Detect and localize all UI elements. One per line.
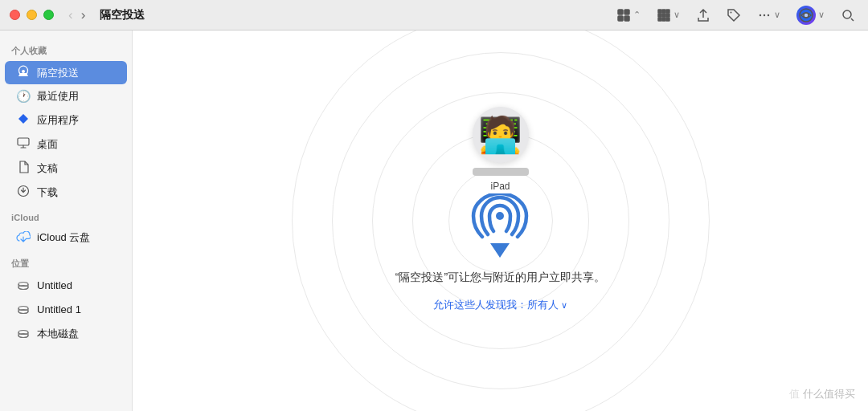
svg-point-15 <box>764 14 765 15</box>
nav-arrows: ‹ › <box>67 8 87 22</box>
desktop-icon <box>16 136 31 152</box>
avatar <box>796 6 816 25</box>
svg-rect-2 <box>618 16 623 21</box>
sidebar-item-apps-label: 应用程序 <box>37 113 79 128</box>
share-icon <box>696 8 710 22</box>
drive-icon-3 <box>16 326 31 341</box>
sidebar: 个人收藏 隔空投送 🕐 最近使用 应用程序 <box>0 31 133 411</box>
watermark: 值 什么值得买 <box>789 387 855 401</box>
svg-rect-1 <box>624 10 629 14</box>
view-toggle-button[interactable]: ⌃ <box>613 6 644 24</box>
sidebar-item-desktop-label: 桌面 <box>37 137 58 152</box>
sidebar-item-icloud-label: iCloud 云盘 <box>37 230 90 245</box>
svg-rect-9 <box>666 14 669 17</box>
more-button[interactable]: ∨ <box>754 6 784 24</box>
avatar-chevron-icon: ∨ <box>818 10 825 20</box>
title-bar: ‹ › 隔空投送 ⌃ <box>0 0 868 31</box>
downloads-icon <box>16 185 31 200</box>
sidebar-item-localdisk-label: 本地磁盘 <box>37 327 79 341</box>
user-globe-icon <box>799 8 813 22</box>
watermark-prefix: 值 <box>789 388 803 400</box>
content-area: 🧑‍💻 iPad <box>133 31 868 411</box>
user-avatar-button[interactable]: ∨ <box>793 4 828 26</box>
sidebar-item-downloads-label: 下载 <box>37 185 58 200</box>
svg-rect-4 <box>658 10 661 13</box>
more-chevron-icon: ∨ <box>774 10 780 20</box>
recents-icon: 🕐 <box>16 89 31 104</box>
svg-rect-5 <box>662 10 665 13</box>
svg-rect-20 <box>18 138 29 145</box>
section-locations-label: 位置 <box>0 250 132 273</box>
sidebar-item-icloud-drive[interactable]: iCloud 云盘 <box>5 226 127 249</box>
grid-icon <box>616 8 631 22</box>
back-button[interactable]: ‹ <box>67 8 75 22</box>
sidebar-item-recents-label: 最近使用 <box>37 89 79 104</box>
device-bubble: 🧑‍💻 iPad <box>473 107 529 192</box>
more-icon <box>757 8 772 22</box>
svg-point-18 <box>804 13 809 18</box>
sidebar-item-untitled1-label: Untitled 1 <box>37 303 81 315</box>
window-title: 隔空投送 <box>100 8 613 22</box>
tag-button[interactable] <box>723 6 744 24</box>
svg-rect-0 <box>618 10 623 14</box>
device-name-redacted <box>473 168 529 176</box>
center-content: “隔空投送”可让您与附近的用户立即共享。 允许这些人发现我：所有人 ∨ <box>395 193 605 312</box>
close-button[interactable] <box>10 10 20 20</box>
sidebar-item-untitled[interactable]: Untitled <box>5 274 127 297</box>
sidebar-item-local-disk[interactable]: 本地磁盘 <box>5 322 127 345</box>
airdrop-icon-large <box>468 193 532 258</box>
grid2-icon <box>657 8 671 22</box>
discover-link[interactable]: 允许这些人发现我：所有人 ∨ <box>433 298 567 312</box>
device-avatar: 🧑‍💻 <box>473 107 529 163</box>
main-container: 个人收藏 隔空投送 🕐 最近使用 应用程序 <box>0 31 868 411</box>
svg-rect-7 <box>658 14 661 17</box>
discover-chevron-icon: ∨ <box>561 300 567 311</box>
sidebar-item-documents[interactable]: 文稿 <box>5 157 127 180</box>
device-emoji: 🧑‍💻 <box>478 114 522 156</box>
applications-icon <box>16 112 31 128</box>
section-favorites-label: 个人收藏 <box>0 37 132 60</box>
svg-rect-6 <box>666 10 669 13</box>
section-icloud-label: iCloud <box>0 205 132 226</box>
svg-point-14 <box>760 14 761 15</box>
sidebar-item-airdrop-label: 隔空投送 <box>37 66 79 80</box>
svg-point-19 <box>843 10 851 18</box>
device-type-label: iPad <box>490 181 510 192</box>
sidebar-item-applications[interactable]: 应用程序 <box>5 108 127 132</box>
minimize-button[interactable] <box>27 10 37 20</box>
sidebar-item-docs-label: 文稿 <box>37 161 58 176</box>
forward-button[interactable]: › <box>80 8 88 22</box>
sidebar-item-desktop[interactable]: 桌面 <box>5 132 127 156</box>
svg-point-16 <box>768 14 769 15</box>
sidebar-item-untitled1[interactable]: Untitled 1 <box>5 298 127 321</box>
view-options-button[interactable]: ∨ <box>653 6 683 24</box>
discover-label: 允许这些人发现我：所有人 <box>433 298 559 312</box>
svg-rect-3 <box>624 16 629 21</box>
toolbar-actions: ⌃ ∨ <box>613 4 858 26</box>
sidebar-item-downloads[interactable]: 下载 <box>5 181 127 204</box>
documents-icon <box>16 161 31 176</box>
view-chevron-icon: ⌃ <box>633 10 641 20</box>
fullscreen-button[interactable] <box>43 10 54 20</box>
airdrop-description: “隔空投送”可让您与附近的用户立即共享。 <box>395 271 605 285</box>
sidebar-item-recents[interactable]: 🕐 最近使用 <box>5 85 127 108</box>
airdrop-icon <box>16 65 31 80</box>
tag-icon <box>727 8 741 22</box>
icloud-icon <box>16 231 31 245</box>
sidebar-item-airdrop[interactable]: 隔空投送 <box>5 61 127 84</box>
share-button[interactable] <box>693 6 714 24</box>
search-button[interactable] <box>837 6 858 24</box>
watermark-text: 什么值得买 <box>803 388 855 400</box>
sidebar-item-untitled-label: Untitled <box>37 279 72 291</box>
view2-chevron-icon: ∨ <box>674 10 680 20</box>
svg-rect-12 <box>666 18 669 21</box>
svg-rect-11 <box>662 18 665 21</box>
search-icon <box>841 8 855 22</box>
svg-rect-10 <box>658 18 661 21</box>
svg-rect-8 <box>662 14 665 17</box>
traffic-lights <box>10 10 54 20</box>
drive-icon-1 <box>16 278 31 293</box>
drive-icon-2 <box>16 302 31 317</box>
svg-point-28 <box>496 212 504 220</box>
svg-point-13 <box>731 11 732 13</box>
